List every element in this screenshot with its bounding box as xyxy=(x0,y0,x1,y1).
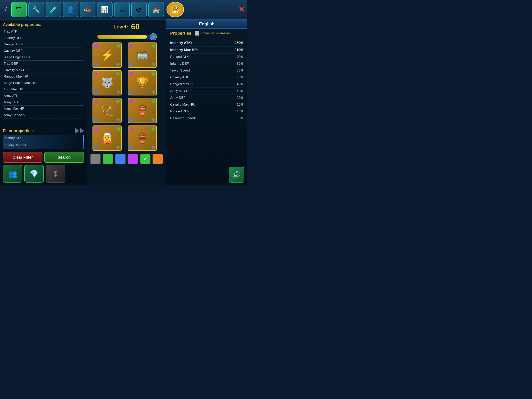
stat-name-infantry-atk: Infantry ATK: xyxy=(170,41,192,45)
stat-name-ranged-maxhp: Ranged Max HP: xyxy=(170,82,195,86)
search-button[interactable]: Search xyxy=(44,152,84,163)
properties-label: Properties: xyxy=(170,31,193,36)
filter-gray[interactable] xyxy=(90,154,101,164)
nav-armor[interactable]: 🛡 xyxy=(11,2,27,17)
prop-ranged-def[interactable]: Ranged DEF xyxy=(3,41,84,48)
filter-arrow-2 xyxy=(80,128,84,134)
stat-travel-speed: Travel Speed: 75% xyxy=(170,67,243,74)
stat-cavalry-maxhp: Cavalry Max HP: 10% xyxy=(170,101,243,108)
stat-army-maxhp: Army Max HP: 40% xyxy=(170,88,243,95)
stat-value-army-def: 20% xyxy=(237,96,243,100)
stat-infantry-def: Infantry DEF: 80% xyxy=(170,60,243,67)
properties-header: Properties: Common parameters xyxy=(166,29,247,38)
prop-army-capacity[interactable]: Army Capacity xyxy=(3,112,84,118)
equip-slot-6[interactable]: 🏺 xyxy=(128,98,157,123)
filter-title: Filter properties: xyxy=(3,128,84,134)
main-content: Available properties: Trap ATK Infantry … xyxy=(0,19,247,186)
clear-filter-button[interactable]: Clear Filter xyxy=(3,152,43,163)
properties-list: Infantry ATK: 450% Infantry Max HP: 210%… xyxy=(166,38,247,186)
stat-army-def: Army DEF: 20% xyxy=(170,95,243,101)
nav-castle[interactable]: 🏰 xyxy=(148,2,164,17)
close-button[interactable]: ✕ xyxy=(239,6,244,14)
level-slider-container xyxy=(97,35,156,39)
stat-value-ranged-atk: 100% xyxy=(235,55,243,59)
equip-slot-7[interactable]: 🧝 xyxy=(93,125,122,151)
prop-trap-atk[interactable]: Trap ATK xyxy=(3,28,84,35)
level-fill xyxy=(97,35,147,39)
common-params-toggle[interactable] xyxy=(195,31,199,36)
filter-check[interactable]: ✓ xyxy=(140,154,151,164)
prop-army-atk[interactable]: Army ATK xyxy=(3,93,84,99)
equip-slot-1[interactable]: ⚡ xyxy=(93,42,122,68)
group-button[interactable]: 👥 xyxy=(3,165,22,183)
stat-name-cavalry-maxhp: Cavalry Max HP: xyxy=(170,103,195,107)
level-label: Level: xyxy=(114,24,128,30)
top-bar: i 🛡 🔧 🧪 👤 🐗 📊 ⚔ 🏟 🏰 VIP 331 d ✕ xyxy=(0,0,247,19)
stat-name-infantry-maxhp: Infantry Max HP: xyxy=(170,48,198,52)
prop-trap-maxhp[interactable]: Trap Max HP xyxy=(3,86,84,93)
nav-creature[interactable]: 🐗 xyxy=(80,2,95,17)
equip-slot-5[interactable]: 🏹 xyxy=(93,98,122,123)
filter-blue[interactable] xyxy=(115,154,126,164)
prop-infantry-def[interactable]: Infantry DEF xyxy=(3,35,84,41)
left-panel: Available properties: Trap ATK Infantry … xyxy=(0,19,87,186)
equipment-grid: ⚡ 🥽 🐺 🏆 🏹 xyxy=(93,42,161,151)
stat-value-infantry-maxhp: 210% xyxy=(234,48,243,52)
available-title: Available properties: xyxy=(3,22,84,27)
nav-flask[interactable]: 🧪 xyxy=(45,2,61,17)
stat-ranged-def: Ranged DEF: 10% xyxy=(170,108,243,115)
stat-name-ranged-atk: Ranged ATK: xyxy=(170,55,190,59)
stat-name-ranged-def: Ranged DEF: xyxy=(170,109,190,113)
prop-cavalry-def[interactable]: Cavalry DEF xyxy=(3,48,84,54)
right-panel: English Properties: Common parameters In… xyxy=(166,19,247,186)
stat-value-infantry-def: 80% xyxy=(237,62,243,66)
nav-tools[interactable]: 🔧 xyxy=(28,2,44,17)
dollar-button[interactable]: $ xyxy=(46,165,65,183)
filter-infantry-atk[interactable]: Infantry ATK xyxy=(3,135,84,142)
nav-person[interactable]: 👤 xyxy=(63,2,78,17)
equip-slot-8[interactable]: 🏺 xyxy=(128,125,157,151)
stat-name-army-def: Army DEF: xyxy=(170,96,186,100)
filter-arrow-1 xyxy=(75,128,79,134)
stat-research-speed: Research Speed: 8% xyxy=(170,115,243,122)
nav-stadium[interactable]: 🏟 xyxy=(131,2,147,17)
sound-button[interactable]: 🔊 xyxy=(229,167,244,183)
level-thumb[interactable] xyxy=(150,33,157,40)
prop-cavalry-maxhp[interactable]: Cavalry Max HP xyxy=(3,67,84,73)
common-params-label[interactable]: Common parameters xyxy=(201,32,231,35)
vip-days: 331 d xyxy=(172,10,178,13)
stat-value-infantry-atk: 450% xyxy=(234,41,243,45)
info-button[interactable]: i xyxy=(2,6,10,13)
stat-name-research-speed: Research Speed: xyxy=(170,116,196,120)
prop-army-def[interactable]: Army DEF xyxy=(3,99,84,106)
stat-value-army-maxhp: 40% xyxy=(237,89,243,93)
stat-name-cavalry-atk: Cavalry ATK: xyxy=(170,75,189,79)
diamond-button[interactable]: 💎 xyxy=(24,165,44,183)
filter-title-text: Filter properties: xyxy=(3,129,34,133)
stat-value-research-speed: 8% xyxy=(239,116,243,120)
nav-warrior[interactable]: ⚔ xyxy=(114,2,130,17)
color-filters: ✓ xyxy=(90,154,163,164)
prop-ranged-maxhp[interactable]: Ranged Max HP xyxy=(3,73,84,80)
level-track[interactable] xyxy=(97,35,156,39)
filter-green[interactable] xyxy=(103,154,113,164)
center-panel: Level: 60 ⚡ 🥽 xyxy=(87,19,166,186)
filter-arrows xyxy=(75,128,84,134)
vip-badge[interactable]: VIP 331 d xyxy=(166,2,184,17)
nav-calc1[interactable]: 📊 xyxy=(97,2,113,17)
equip-slot-4[interactable]: 🏆 xyxy=(128,70,157,96)
filter-orange[interactable] xyxy=(152,154,163,164)
prop-army-maxhp[interactable]: Army Max HP xyxy=(3,106,84,112)
filter-purple[interactable] xyxy=(127,154,138,164)
prop-trap-def[interactable]: Trap DEF xyxy=(3,61,84,67)
stat-ranged-maxhp: Ranged Max HP: 45% xyxy=(170,81,243,88)
vip-label: VIP xyxy=(172,6,178,10)
prop-siege-def[interactable]: Siege Engine DEF xyxy=(3,54,84,61)
stat-value-travel-speed: 75% xyxy=(237,69,243,72)
equip-slot-2[interactable]: 🥽 xyxy=(128,42,157,68)
prop-siege-maxhp[interactable]: Siege Engine Max HP xyxy=(3,80,84,86)
stat-name-army-maxhp: Army Max HP: xyxy=(170,89,192,93)
equip-slot-3[interactable]: 🐺 xyxy=(93,70,122,96)
language-bar[interactable]: English xyxy=(166,19,247,29)
filter-infantry-maxhp[interactable]: Infantry Max HP xyxy=(3,142,84,149)
